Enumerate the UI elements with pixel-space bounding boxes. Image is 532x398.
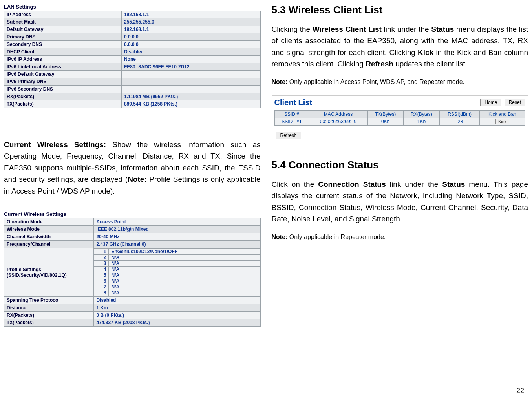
profile-label: Profile Settings (SSID/Security/VID/802.… bbox=[4, 248, 94, 296]
table-row: IP Address192.168.1.1 bbox=[4, 11, 261, 18]
client-list-table: SSID:# MAC Address TX(Bytes) RX(Bytes) R… bbox=[274, 110, 526, 126]
reset-button[interactable]: Reset bbox=[505, 99, 525, 106]
page-number: 22 bbox=[516, 387, 524, 395]
table-row: Channel Bandwidth20-40 MHz bbox=[4, 233, 261, 241]
col-ssid: SSID:# bbox=[274, 110, 309, 118]
table-row: Secondary DNS0.0.0.0 bbox=[4, 41, 261, 48]
table-row: 6N/A bbox=[94, 278, 260, 284]
lan-settings-table: IP Address192.168.1.1Subnet Mask255.255.… bbox=[4, 11, 261, 108]
table-row: Frequency/Channel2.437 GHz (Channel 6) bbox=[4, 241, 261, 248]
heading-5-4: 5.4 Connection Status bbox=[272, 159, 528, 171]
paragraph-5-4: Click on the Connection Status link unde… bbox=[272, 179, 528, 225]
table-row: SSID1:#1 00:02:6f:63:69:19 0Kb 1Kb -28 K… bbox=[274, 118, 525, 125]
cws-table: Operation ModeAccess PointWireless ModeI… bbox=[4, 218, 261, 248]
table-row: Subnet Mask255.255.255.0 bbox=[4, 18, 261, 26]
table-row: DHCP ClientDisabled bbox=[4, 48, 261, 56]
table-row: 8N/A bbox=[94, 290, 260, 296]
table-row: RX(Packets)1.11984 MB (9562 PKts.) bbox=[4, 93, 261, 100]
col-rx: RX(Bytes) bbox=[403, 110, 440, 118]
col-kick: Kick and Ban bbox=[479, 110, 525, 118]
profile-rows: 1EnGenius102D12/None/1/OFF2N/A3N/A4N/A5N… bbox=[94, 248, 260, 296]
col-rssi: RSSI(dBm) bbox=[440, 110, 480, 118]
cw-label: Current Wireless Settings: bbox=[4, 141, 106, 149]
right-column: 5.3 Wireless Client List Clicking the Wi… bbox=[264, 0, 532, 398]
note-5-4: Note: Only applicable in Repeater mode. bbox=[272, 232, 528, 242]
table-row: Wireless ModeIEEE 802.11b/g/n Mixed bbox=[4, 226, 261, 233]
table-row: Distance1 Km bbox=[4, 304, 261, 312]
table-row: 4N/A bbox=[94, 267, 260, 272]
cws-tail: Spanning Tree ProtocolDisabledDistance1 … bbox=[4, 296, 261, 327]
table-row: 1EnGenius102D12/None/1/OFF bbox=[94, 249, 260, 255]
client-list-screenshot: Client List Home Reset SSID:# MAC Addres… bbox=[272, 95, 528, 143]
table-row: 5N/A bbox=[94, 272, 260, 278]
table-row: 7N/A bbox=[94, 284, 260, 290]
client-list-title: Client List bbox=[274, 98, 313, 107]
col-mac: MAC Address bbox=[309, 110, 367, 118]
table-row: Primary DNS0.0.0.0 bbox=[4, 33, 261, 41]
table-row: IPv6 Link-Local AddressFE80::8ADC:96FF:F… bbox=[4, 63, 261, 71]
table-row: RX(Packets)0 B (0 PKts.) bbox=[4, 312, 261, 319]
table-row: Spanning Tree ProtocolDisabled bbox=[4, 297, 261, 304]
refresh-button[interactable]: Refresh bbox=[276, 132, 301, 139]
left-column: LAN Settings IP Address192.168.1.1Subnet… bbox=[0, 0, 264, 398]
note-5-3: Note: Only applicable in Access Point, W… bbox=[272, 77, 528, 87]
table-row: TX(Packets)474.337 KB (2008 PKts.) bbox=[4, 319, 261, 327]
home-button[interactable]: Home bbox=[480, 99, 501, 106]
table-row: Default Gateway192.168.1.1 bbox=[4, 26, 261, 33]
col-tx: TX(Bytes) bbox=[367, 110, 403, 118]
paragraph-5-3: Clicking the Wireless Client List link u… bbox=[272, 24, 528, 70]
cws-title: Current Wireless Settings bbox=[4, 211, 261, 218]
table-row: IPv6 Primary DNS bbox=[4, 78, 261, 86]
table-row: IPv6 IP AddressNone bbox=[4, 56, 261, 63]
table-row: IPv6 Secondary DNS bbox=[4, 86, 261, 93]
current-wireless-paragraph: Current Wireless Settings: Show the wire… bbox=[4, 139, 261, 197]
cw-note-label: Note: bbox=[128, 175, 147, 183]
table-row: IPv6 Default Gateway bbox=[4, 71, 261, 78]
lan-settings-title: LAN Settings bbox=[4, 4, 261, 11]
table-row: Operation ModeAccess Point bbox=[4, 218, 261, 226]
table-row: 3N/A bbox=[94, 261, 260, 267]
table-row: 2N/A bbox=[94, 255, 260, 261]
kick-button[interactable]: Kick bbox=[495, 119, 509, 124]
cws-profile: Profile Settings (SSID/Security/VID/802.… bbox=[4, 248, 261, 296]
heading-5-3: 5.3 Wireless Client List bbox=[272, 4, 528, 16]
table-row: TX(Packets)889.544 KB (1258 PKts.) bbox=[4, 100, 261, 108]
